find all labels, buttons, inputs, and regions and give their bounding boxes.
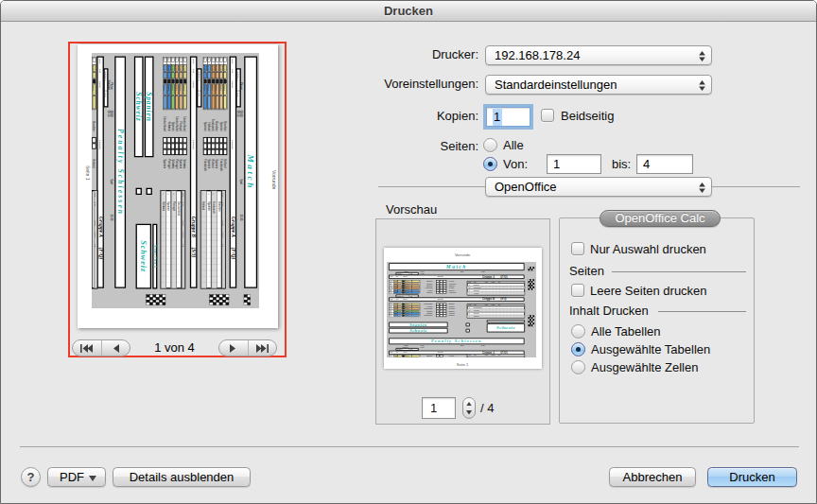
pages-to-input[interactable]: 4: [636, 154, 693, 174]
vorschau-page-stepper[interactable]: [462, 397, 476, 419]
content-section-line: [658, 311, 746, 312]
previous-page-button[interactable]: [101, 340, 130, 356]
stepper-down-button[interactable]: [463, 408, 475, 418]
pages-all-radio[interactable]: [483, 138, 497, 152]
popup-updown-icon: [699, 80, 705, 91]
print-dialog: Drucken MatchPhase00:00Spiel10:30Spielze…: [0, 0, 817, 504]
preview-page-portrait-svg: Seite 1 Vorrunde: [78, 44, 278, 328]
pages-from-radio[interactable]: [483, 157, 497, 171]
selected-cells-radio[interactable]: [571, 360, 585, 374]
dropdown-arrow-icon: [89, 476, 96, 481]
help-button-label: ?: [27, 470, 35, 484]
stepper-up-icon: [466, 402, 472, 407]
titlebar: Drucken: [1, 1, 816, 22]
print-button-label: Drucken: [729, 470, 774, 484]
print-empty-pages-label: Leere Seiten drucken: [590, 284, 707, 298]
content-section-label: Inhalt Drucken: [569, 304, 649, 318]
vorschau-panel: Vorrunde Seite 1 1 / 4: [375, 218, 550, 425]
print-button[interactable]: Drucken: [707, 467, 797, 487]
next-page-button[interactable]: [219, 340, 248, 356]
printer-popup[interactable]: 192.168.178.24: [485, 45, 712, 65]
print-selection-label: Nur Auswahl drucken: [590, 242, 706, 256]
calc-options-panel: OpenOffice Calc Nur Auswahl drucken Seit…: [559, 217, 755, 424]
printer-popup-value: 192.168.178.24: [495, 48, 580, 62]
help-button[interactable]: ?: [21, 467, 41, 487]
calc-panel-title: OpenOffice Calc: [600, 210, 721, 227]
hide-details-label: Details ausblenden: [130, 470, 235, 484]
all-sheets-radio[interactable]: [571, 324, 585, 339]
app-popup-value: OpenOffice: [495, 180, 557, 194]
print-empty-pages-checkbox[interactable]: [571, 284, 584, 297]
previous-icon: [113, 344, 119, 353]
skip-to-last-icon: [256, 344, 269, 353]
selected-cells-label: Ausgewählte Zellen: [591, 360, 698, 374]
pages-label: Seiten:: [337, 137, 478, 156]
page-footer-text: Seite 1: [85, 165, 91, 181]
presets-popup-value: Standardeinstellungen: [495, 78, 617, 92]
preview-page-landscape: Vorrunde Seite 1: [384, 248, 542, 369]
pages-section-label: Seiten: [569, 264, 604, 278]
selected-sheets-label: Ausgewählte Tabellen: [591, 342, 710, 356]
pages-all-label: Alle: [503, 138, 524, 152]
preview-nav-left-group: [72, 339, 130, 356]
print-selection-checkbox[interactable]: [571, 242, 584, 255]
presets-label: Voreinstellungen:: [327, 75, 478, 94]
all-sheets-label: Alle Tabellen: [591, 324, 660, 339]
duplex-checkbox[interactable]: [541, 109, 554, 122]
next-icon: [230, 344, 236, 353]
dialog-title: Drucken: [384, 4, 433, 18]
printer-label: Drucker:: [337, 45, 478, 64]
preview-nav-right-group: [218, 339, 277, 356]
popup-updown-icon: [699, 51, 705, 61]
stepper-down-icon: [466, 410, 472, 415]
footer-divider: [20, 446, 799, 447]
pages-from-value: 1: [553, 157, 560, 171]
selected-sheets-radio[interactable]: [571, 342, 585, 356]
vorschau-label: Vorschau: [386, 202, 437, 217]
popup-updown-icon: [699, 182, 705, 193]
first-page-button[interactable]: [73, 340, 101, 356]
pages-from-input[interactable]: 1: [547, 154, 601, 174]
copies-value: 1: [493, 109, 502, 126]
pdf-menu-button[interactable]: PDF: [47, 467, 106, 487]
copies-input[interactable]: 1: [486, 107, 530, 127]
page-header-text: Vorrunde: [271, 170, 277, 190]
copies-label: Kopien:: [337, 107, 478, 126]
hide-details-button[interactable]: Details ausblenden: [113, 467, 251, 487]
cancel-button-label: Abbrechen: [623, 470, 683, 484]
app-popup[interactable]: OpenOffice: [485, 177, 712, 197]
pages-to-value: 4: [643, 157, 650, 171]
pages-section-line: [612, 271, 746, 272]
preview-page-landscape-svg: Vorrunde Seite 1: [384, 248, 542, 369]
vorschau-page-value: 1: [430, 401, 437, 415]
presets-popup[interactable]: Standardeinstellungen: [485, 75, 712, 95]
pdf-button-label: PDF: [60, 470, 84, 484]
preview-page-portrait: Seite 1 Vorrunde: [78, 44, 278, 328]
page-footer-text: Seite 1: [457, 362, 469, 367]
page-header-text: Vorrunde: [455, 252, 471, 257]
preview-page-count: 1 von 4: [130, 339, 218, 356]
skip-to-first-icon: [80, 344, 93, 353]
duplex-label: Beidseitig: [561, 109, 614, 123]
cancel-button[interactable]: Abbrechen: [609, 467, 696, 487]
vorschau-page-input[interactable]: 1: [422, 397, 456, 419]
vorschau-page-total: / 4: [480, 397, 494, 419]
last-page-button[interactable]: [248, 340, 277, 356]
pages-from-label: Von:: [503, 157, 528, 171]
pages-to-label: bis:: [612, 157, 631, 171]
